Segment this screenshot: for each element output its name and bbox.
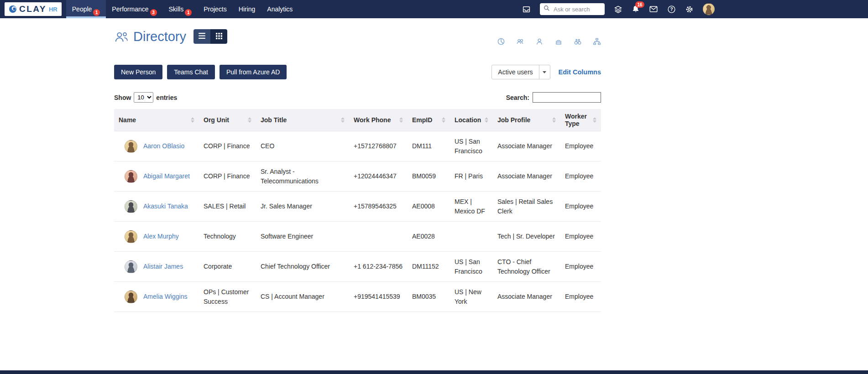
sort-icon[interactable] (399, 117, 403, 123)
filter-caret-button[interactable] (539, 65, 550, 79)
column-header-job-profile[interactable]: Job Profile (493, 109, 560, 131)
entries-select[interactable]: 10 (134, 92, 153, 103)
cell-location (450, 222, 493, 252)
sort-icon[interactable] (191, 117, 194, 123)
search-icon (544, 5, 550, 13)
directory-icon (114, 30, 129, 43)
pull-azure-ad-button[interactable]: Pull from Azure AD (220, 65, 287, 79)
new-person-button[interactable]: New Person (114, 65, 162, 79)
nav-item-projects[interactable]: Projects (198, 0, 233, 18)
org-chart-icon[interactable] (593, 37, 601, 46)
cell-job-title: Jr. Sales Manager (256, 192, 349, 222)
cell-worker-type: Employee (560, 131, 601, 161)
help-icon[interactable]: ? (667, 5, 676, 14)
column-header-job-title[interactable]: Job Title (256, 109, 349, 131)
cell-empid: BM0035 (408, 282, 450, 312)
cell-org-unit: Technology (199, 222, 256, 252)
sort-icon[interactable] (485, 117, 488, 123)
brand-suffix: HR (49, 6, 58, 13)
gear-icon[interactable] (685, 5, 694, 14)
cell-org-unit: Corporate (199, 252, 256, 282)
global-search (540, 3, 605, 15)
sort-icon[interactable] (248, 117, 251, 123)
cell-job-profile: Sales | Retail Sales Clerk (493, 192, 560, 222)
cell-location: US | San Francisco (450, 131, 493, 161)
column-header-work-phone[interactable]: Work Phone (349, 109, 408, 131)
grid-view-button[interactable] (210, 29, 227, 44)
user-avatar[interactable] (703, 3, 715, 15)
person-name-link[interactable]: Aaron OBlasio (143, 141, 184, 151)
cell-job-title: CEO (256, 131, 349, 161)
cell-worker-type: Employee (560, 282, 601, 312)
nav-item-label: Skills (169, 5, 184, 13)
nav-item-skills[interactable]: Skills 1 (163, 0, 198, 18)
directory-page: Directory (114, 27, 601, 312)
inbox-icon[interactable] (522, 5, 531, 14)
cell-empid: DM111 (408, 131, 450, 161)
table-search: Search: (506, 92, 601, 103)
top-navbar: CLAY HR People 1 Performance 3 Skills 1 … (0, 0, 868, 18)
filter-actions: Active users Edit Columns (492, 65, 601, 79)
person-icon[interactable] (535, 37, 544, 46)
sort-icon[interactable] (593, 117, 596, 123)
person-name-link[interactable]: Abigail Margaret (143, 171, 190, 181)
column-header-location[interactable]: Location (450, 109, 493, 131)
team-icon[interactable] (516, 37, 524, 46)
cell-empid: AE0028 (408, 222, 450, 252)
sort-icon[interactable] (341, 117, 345, 123)
user-filter-selected[interactable]: Active users (492, 65, 539, 79)
nav-item-analytics[interactable]: Analytics (261, 0, 298, 18)
column-header-empid[interactable]: EmpID (408, 109, 450, 131)
cell-empid: DM11152 (408, 252, 450, 282)
teams-chat-button[interactable]: Teams Chat (167, 65, 215, 79)
page-title: Directory (133, 29, 186, 44)
svg-text:?: ? (670, 7, 673, 12)
cell-empid: AE0008 (408, 192, 450, 222)
brand-logo[interactable]: CLAY HR (5, 2, 62, 16)
nav-item-people[interactable]: People 1 (66, 0, 106, 18)
cell-org-unit: OPs | Customer Success (199, 282, 256, 312)
nav-item-label: Analytics (267, 5, 293, 13)
edit-columns-link[interactable]: Edit Columns (559, 68, 601, 76)
person-name-link[interactable]: Alistair James (143, 262, 183, 271)
pie-chart-icon[interactable] (497, 37, 505, 46)
sort-icon[interactable] (552, 117, 556, 123)
table-search-input[interactable] (533, 92, 601, 103)
cell-job-profile: CTO - Chief Technology Officer (493, 252, 560, 282)
person-name-link[interactable]: Amelia Wiggins (143, 292, 187, 301)
table-row: Aaron OBlasio CORP | Finance CEO +157127… (114, 131, 601, 161)
page-header: Directory (114, 27, 601, 46)
binoculars-icon[interactable] (574, 37, 582, 46)
list-view-button[interactable] (193, 29, 210, 44)
nav-item-hiring[interactable]: Hiring (233, 0, 261, 18)
column-header-worker-type[interactable]: Worker Type (560, 109, 601, 131)
nav-item-label: Performance (112, 5, 148, 13)
cell-location: US | New York (450, 282, 493, 312)
directory-table: Name Org Unit Job Title Work Phone EmpID… (114, 109, 601, 312)
actions-row: New Person Teams Chat Pull from Azure AD… (114, 65, 601, 79)
cell-work-phone: +919541415539 (349, 282, 408, 312)
avatar (125, 140, 137, 153)
cell-job-profile: Associate Manager (493, 161, 560, 192)
nav-item-performance[interactable]: Performance 3 (106, 0, 162, 18)
cell-job-profile: Associate Manager (493, 131, 560, 161)
view-toggle (193, 29, 227, 44)
cell-empid: BM0059 (408, 161, 450, 192)
chevron-down-icon (543, 71, 546, 73)
bell-count-badge: 16 (635, 1, 644, 8)
person-name-link[interactable]: Akasuki Tanaka (143, 202, 188, 211)
search-input[interactable] (553, 5, 601, 13)
mail-icon[interactable] (649, 5, 658, 14)
bell-icon[interactable]: 16 (632, 5, 640, 13)
person-name-link[interactable]: Alex Murphy (143, 232, 179, 241)
navbar-actions: 16 ? (522, 3, 715, 15)
cake-icon[interactable] (554, 37, 563, 46)
column-header-name[interactable]: Name (114, 109, 199, 131)
nav-item-label: Hiring (239, 5, 256, 13)
search-label: Search: (506, 94, 529, 101)
layers-icon[interactable] (614, 5, 622, 14)
cell-worker-type: Employee (560, 222, 601, 252)
sort-icon[interactable] (442, 117, 445, 123)
nav-item-label: Projects (204, 5, 227, 13)
column-header-org-unit[interactable]: Org Unit (199, 109, 256, 131)
